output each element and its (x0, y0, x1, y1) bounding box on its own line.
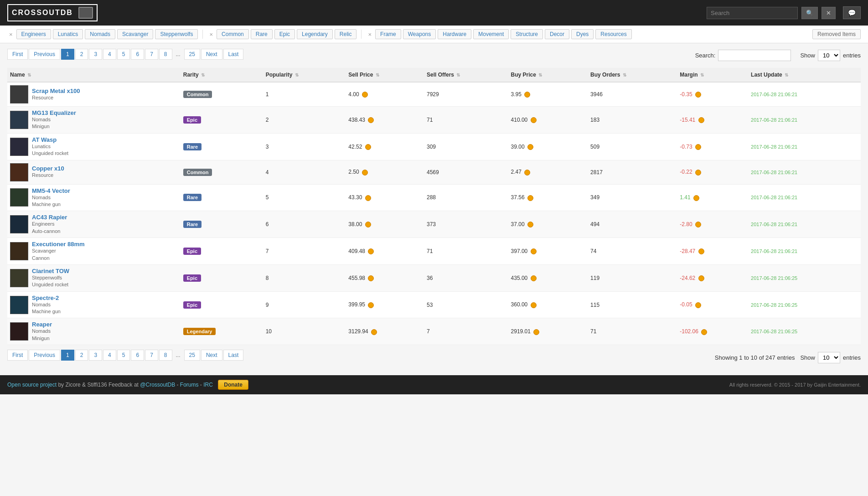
item-name-link-2[interactable]: AT Wasp (32, 136, 68, 143)
rarity-filter-legendary[interactable]: Legendary (297, 29, 333, 39)
entries-select-top[interactable]: 10 25 50 (818, 50, 840, 61)
footer-irc-link[interactable]: IRC (203, 382, 213, 388)
item-sub1-5: Engineers (32, 221, 67, 227)
rarity-filter-rare[interactable]: Rare (251, 29, 273, 39)
col-margin[interactable]: Margin ⇅ (677, 68, 748, 82)
page-first-bottom[interactable]: First (7, 350, 28, 361)
rarity-badge-4: Rare (183, 194, 202, 201)
faction-filter-scavanger[interactable]: Scavanger (117, 29, 153, 39)
page-next-top[interactable]: Next (201, 49, 222, 60)
item-name-link-7[interactable]: Clarinet TOW (32, 268, 69, 274)
sort-name-icon: ⇅ (27, 72, 31, 78)
item-name-link-4[interactable]: MM5-4 Vector (32, 187, 70, 194)
entries-select-bottom[interactable]: 10 25 50 (818, 352, 840, 363)
page-prev-top[interactable]: Previous (29, 49, 60, 60)
page-2-top[interactable]: 2 (75, 49, 88, 60)
page-2-bottom[interactable]: 2 (75, 350, 88, 361)
page-next-bottom[interactable]: Next (201, 350, 222, 361)
page-last-bottom[interactable]: Last (223, 350, 244, 361)
cell-margin-7: -24.62 (677, 264, 748, 291)
type-filter-frame[interactable]: Frame (375, 29, 401, 39)
page-6-bottom[interactable]: 6 (131, 350, 144, 361)
sort-update-icon: ⇅ (785, 72, 788, 78)
page-7-bottom[interactable]: 7 (145, 350, 158, 361)
col-buy-orders[interactable]: Buy Orders ⇅ (588, 68, 677, 82)
type-filter-dyes[interactable]: Dyes (571, 29, 594, 39)
type-filter-weapons[interactable]: Weapons (403, 29, 436, 39)
item-name-link-8[interactable]: Spectre-2 (32, 294, 61, 301)
item-sub1-0: Resource (32, 94, 80, 101)
col-buy-price[interactable]: Buy Price ⇅ (508, 68, 588, 82)
cell-sell-price-7: 455.98 (346, 264, 424, 291)
page-4-bottom[interactable]: 4 (103, 350, 116, 361)
faction-filter-nomads[interactable]: Nomads (85, 29, 115, 39)
cell-update-2: 2017-06-28 21:06:21 (748, 133, 861, 160)
page-3-top[interactable]: 3 (89, 49, 102, 60)
faction-filter-clear[interactable]: × (7, 30, 15, 39)
col-last-update[interactable]: Last Update ⇅ (748, 68, 861, 82)
cell-rarity-5: Rare (181, 211, 263, 238)
footer-crossoutdb-link[interactable]: @CrossoutDB (140, 382, 175, 388)
page-1-top[interactable]: 1 (61, 49, 74, 60)
page-6-top[interactable]: 6 (131, 49, 144, 60)
type-filter-decor[interactable]: Decor (545, 29, 569, 39)
buy-coin-4 (527, 195, 533, 201)
page-last-num-bottom[interactable]: 25 (184, 350, 200, 361)
item-name-link-3[interactable]: Copper x10 (32, 165, 64, 172)
footer-donate-button[interactable]: Donate (218, 380, 248, 390)
item-name-link-6[interactable]: Executioner 88mm (32, 241, 85, 248)
page-7-top[interactable]: 7 (145, 49, 158, 60)
faction-filter-steppenwolfs[interactable]: Steppenwolfs (155, 29, 198, 39)
header-search-input[interactable] (707, 7, 798, 19)
page-8-top[interactable]: 8 (159, 49, 172, 60)
sort-orders-icon: ⇅ (623, 72, 626, 78)
rarity-filter-common[interactable]: Common (217, 29, 249, 39)
type-filter-structure[interactable]: Structure (511, 29, 543, 39)
entries-label-bottom: entries (843, 354, 861, 361)
col-name[interactable]: Name ⇅ (7, 68, 181, 82)
faction-filter-engineers[interactable]: Engineers (16, 29, 51, 39)
cell-buy-price-8: 360.00 (508, 291, 588, 318)
page-prev-bottom[interactable]: Previous (29, 350, 60, 361)
footer-forums-link[interactable]: Forums (180, 382, 199, 388)
rarity-filter-clear[interactable]: × (207, 30, 215, 39)
item-name-link-0[interactable]: Scrap Metal x100 (32, 88, 80, 94)
type-filter-resources[interactable]: Resources (595, 29, 631, 39)
header-chat-button[interactable]: 💬 (843, 6, 861, 19)
footer-opensource-link[interactable]: Open source project (7, 382, 57, 388)
cell-sell-price-8: 399.95 (346, 291, 424, 318)
page-first-top[interactable]: First (7, 49, 28, 60)
rarity-filter-relic[interactable]: Relic (335, 29, 357, 39)
footer-rights: All rights reserverd. © 2015 - 2017 by G… (729, 382, 861, 388)
item-name-link-1[interactable]: MG13 Equalizer (32, 109, 76, 116)
cell-popularity-9: 10 (263, 318, 346, 345)
item-name-link-5[interactable]: AC43 Rapier (32, 214, 67, 221)
col-popularity[interactable]: Popularity ⇅ (263, 68, 346, 82)
type-filter-clear[interactable]: × (366, 30, 373, 39)
cell-margin-2: -0.73 (677, 133, 748, 160)
removed-items-button[interactable]: Removed Items (812, 29, 861, 39)
page-5-top[interactable]: 5 (117, 49, 130, 60)
page-3-bottom[interactable]: 3 (89, 350, 102, 361)
cell-buy-price-2: 39.00 (508, 133, 588, 160)
header-search-button[interactable]: 🔍 (801, 7, 818, 19)
filter-sep-1 (202, 30, 203, 39)
header-clear-button[interactable]: ✕ (822, 7, 836, 19)
page-4-top[interactable]: 4 (103, 49, 116, 60)
rarity-badge-8: Epic (183, 301, 201, 309)
page-8-bottom[interactable]: 8 (159, 350, 172, 361)
page-last-num-top[interactable]: 25 (184, 49, 200, 60)
type-filter-hardware[interactable]: Hardware (438, 29, 471, 39)
faction-filter-lunatics[interactable]: Lunatics (53, 29, 83, 39)
col-rarity[interactable]: Rarity ⇅ (181, 68, 263, 82)
item-name-link-9[interactable]: Reaper (32, 321, 52, 328)
rarity-filter-epic[interactable]: Epic (274, 29, 295, 39)
page-last-top[interactable]: Last (223, 49, 244, 60)
page-1-bottom[interactable]: 1 (61, 350, 74, 361)
col-sell-offers[interactable]: Sell Offers ⇅ (424, 68, 508, 82)
page-5-bottom[interactable]: 5 (117, 350, 130, 361)
table-search-input[interactable] (718, 50, 791, 61)
type-filter-movement[interactable]: Movement (473, 29, 509, 39)
show-entries-area-bottom: Show 10 25 50 entries (800, 352, 861, 363)
col-sell-price[interactable]: Sell Price ⇅ (346, 68, 424, 82)
